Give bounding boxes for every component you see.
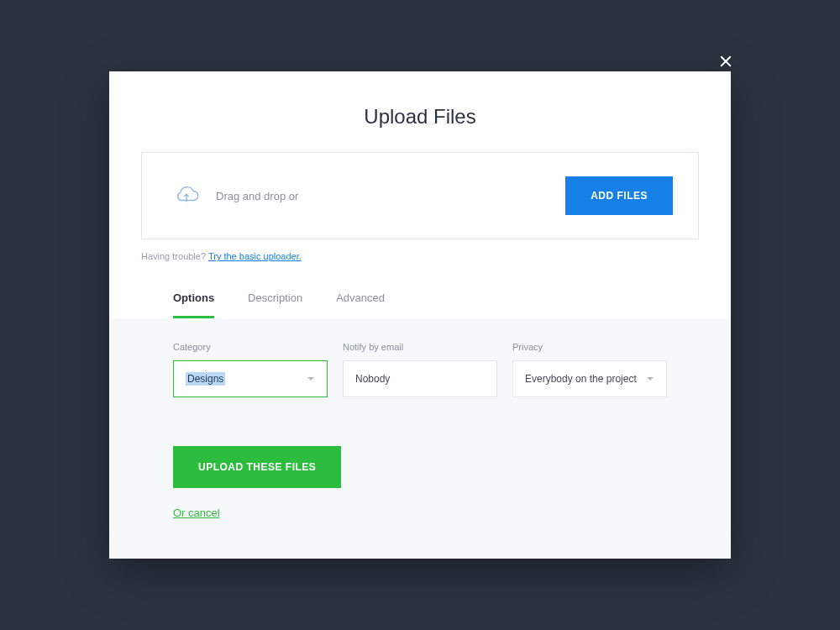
upload-section: Drag and drop or ADD FILES: [109, 152, 731, 239]
close-button[interactable]: [714, 50, 738, 73]
notify-field: Notify by email Nobody: [343, 342, 497, 397]
chevron-down-icon: [646, 375, 654, 383]
cancel-link[interactable]: Or cancel: [173, 507, 220, 519]
cloud-upload-icon: [174, 186, 199, 205]
actions: UPLOAD THESE FILES Or cancel: [173, 446, 667, 520]
chevron-down-icon: [307, 375, 315, 383]
modal-header: Upload Files: [109, 71, 731, 152]
trouble-row: Having trouble? Try the basic uploader.: [109, 239, 731, 261]
basic-uploader-link[interactable]: Try the basic uploader.: [208, 251, 302, 261]
category-value: Designs: [186, 372, 225, 386]
notify-value: Nobody: [355, 373, 390, 385]
notify-label: Notify by email: [343, 342, 497, 352]
category-label: Category: [173, 342, 328, 352]
dropzone-left: Drag and drop or: [174, 186, 298, 205]
dropzone[interactable]: Drag and drop or ADD FILES: [141, 152, 699, 239]
add-files-button[interactable]: ADD FILES: [565, 176, 673, 215]
close-icon: [718, 54, 733, 69]
trouble-text: Having trouble?: [141, 251, 208, 261]
upload-modal: Upload Files Drag and drop or ADD FILES …: [109, 71, 731, 559]
fields-row: Category Designs Notify by email Nobody …: [173, 342, 667, 397]
tabs: Options Description Advanced: [109, 261, 731, 318]
dropzone-text: Drag and drop or: [216, 190, 298, 202]
options-panel: Category Designs Notify by email Nobody …: [109, 318, 731, 559]
tab-options[interactable]: Options: [173, 291, 214, 318]
modal-title: Upload Files: [109, 105, 731, 129]
privacy-select[interactable]: Everybody on the project: [512, 360, 667, 397]
privacy-label: Privacy: [512, 342, 667, 352]
category-field: Category Designs: [173, 342, 328, 397]
upload-files-button[interactable]: UPLOAD THESE FILES: [173, 446, 341, 488]
notify-select[interactable]: Nobody: [343, 360, 497, 397]
privacy-field: Privacy Everybody on the project: [512, 342, 667, 397]
privacy-value: Everybody on the project: [525, 373, 637, 385]
tab-description[interactable]: Description: [248, 291, 302, 318]
category-select[interactable]: Designs: [173, 360, 328, 397]
tab-advanced[interactable]: Advanced: [336, 291, 385, 318]
